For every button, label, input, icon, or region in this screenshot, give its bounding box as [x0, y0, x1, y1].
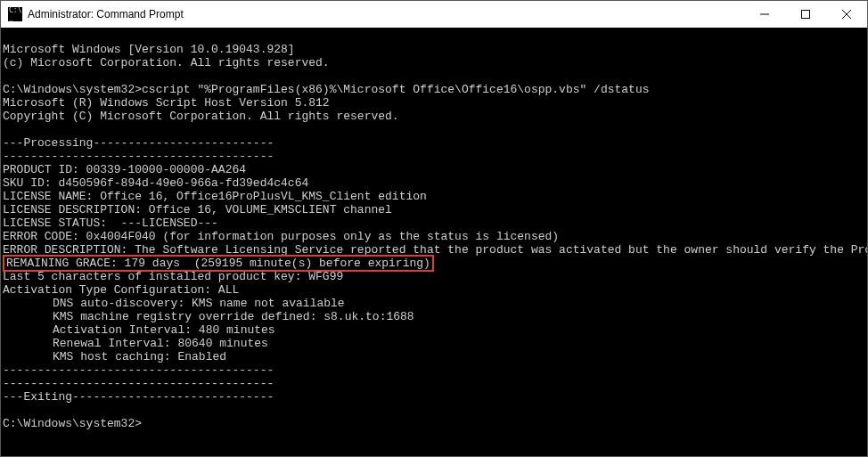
error-code-line: ERROR CODE: 0x4004F040 (for information …	[3, 230, 559, 243]
last5-line: Last 5 characters of installed product k…	[3, 270, 343, 283]
sku-id-line: SKU ID: d450596f-894d-49e0-966a-fd39ed4c…	[3, 176, 308, 190]
license-status-line: LICENSE STATUS: ---LICENSED---	[3, 216, 218, 230]
exiting-line: ---Exiting-----------------------------	[3, 390, 274, 404]
separator-line-2: ---------------------------------------	[3, 363, 274, 377]
product-id-line: PRODUCT ID: 00339-10000-00000-AA264	[3, 163, 246, 176]
maximize-button[interactable]	[785, 1, 826, 28]
script-host-copyright: Copyright (C) Microsoft Corporation. All…	[3, 110, 399, 123]
remaining-grace-line: REMAINING GRACE: 179 days (259195 minute…	[6, 257, 430, 270]
separator-line-3: ---------------------------------------	[3, 377, 274, 390]
processing-line: ---Processing--------------------------	[3, 136, 274, 150]
terminal-output[interactable]: Microsoft Windows [Version 10.0.19043.92…	[1, 28, 867, 456]
close-button[interactable]	[826, 1, 867, 28]
cmd-icon: C:\_	[8, 7, 22, 21]
copyright-line: (c) Microsoft Corporation. All rights re…	[3, 56, 330, 69]
window-controls	[744, 1, 867, 28]
script-host-version: Microsoft (R) Windows Script Host Versio…	[3, 96, 330, 110]
prompt-line: C:\Windows\system32>	[3, 417, 142, 430]
separator-line: ---------------------------------------	[3, 150, 274, 163]
kms-cache-line: KMS host caching: Enabled	[3, 350, 226, 363]
activation-interval-line: Activation Interval: 480 minutes	[3, 323, 275, 337]
kms-machine-line: KMS machine registry override defined: s…	[3, 310, 414, 323]
minimize-button[interactable]	[744, 1, 785, 28]
activation-type-line: Activation Type Configuration: ALL	[3, 283, 239, 297]
window-title: Administrator: Command Prompt	[28, 8, 744, 20]
license-desc-line: LICENSE DESCRIPTION: Office 16, VOLUME_K…	[3, 203, 392, 216]
titlebar[interactable]: C:\_ Administrator: Command Prompt	[1, 1, 867, 28]
svg-rect-1	[802, 11, 810, 19]
command-line: C:\Windows\system32>cscript "%ProgramFil…	[3, 83, 650, 96]
os-version-line: Microsoft Windows [Version 10.0.19043.92…	[3, 43, 295, 56]
command-prompt-window: C:\_ Administrator: Command Prompt Micro…	[0, 0, 868, 457]
dns-line: DNS auto-discovery: KMS name not availab…	[3, 297, 345, 310]
renewal-interval-line: Renewal Interval: 80640 minutes	[3, 337, 268, 350]
license-name-line: LICENSE NAME: Office 16, Office16ProPlus…	[3, 190, 427, 203]
